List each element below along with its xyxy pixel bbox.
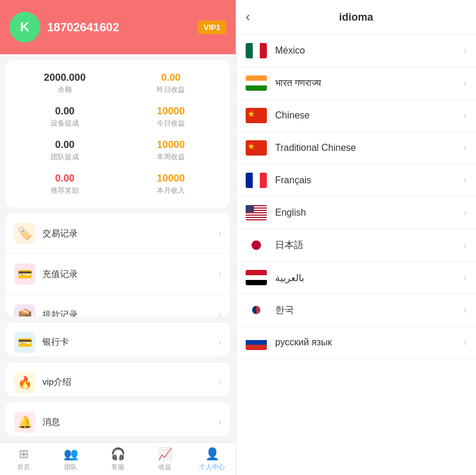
bottom-nav: ⊞ 首页 👥 团队 🎧 客服 📈 收益 👤 个人中心: [0, 442, 236, 475]
lang-arrow-french: ›: [464, 175, 467, 186]
page-title: idioma: [339, 11, 373, 24]
menu-section-msg: 🔔 消息 ›: [6, 402, 230, 436]
stat-team: 0.00 团队提成: [12, 136, 118, 166]
bank-icon: 💳: [14, 332, 35, 353]
left-panel: K 18702641602 VIP1 2000.000 余额 0.00 昨日收益…: [0, 0, 236, 475]
trade-icon: 🏷️: [14, 223, 35, 244]
recommend-value: 0.00: [55, 173, 74, 184]
team-icon: 👥: [64, 447, 78, 461]
msg-arrow: ›: [219, 417, 222, 427]
lang-arrow-russian: ›: [464, 337, 467, 348]
profile-header: K 18702641602 VIP1: [0, 0, 236, 54]
stat-today: 10000 今日收益: [118, 102, 224, 132]
earnings-label: 收益: [158, 463, 171, 471]
left-content: 2000.000 余额 0.00 昨日收益 0.00 设备提成 10000 今日…: [0, 54, 236, 442]
lang-name-french: Français: [275, 175, 464, 186]
home-icon: ⊞: [19, 447, 29, 461]
lang-name-chinese: Chinese: [275, 110, 464, 121]
menu-item-trade[interactable]: 🏷️ 交易记录 ›: [6, 213, 230, 254]
week-label: 本周收益: [157, 152, 185, 162]
lang-item-india[interactable]: भारत गणराज्य ›: [236, 67, 476, 100]
withdraw-arrow: ›: [219, 309, 222, 316]
lang-arrow-chinese: ›: [464, 110, 467, 121]
lang-name-arabic: بالعربية: [275, 272, 464, 283]
withdraw-label: 提款记录: [42, 309, 219, 316]
balance-value: 2000.000: [44, 72, 86, 84]
recharge-icon: 💳: [14, 263, 35, 285]
vip-icon: 🔥: [14, 372, 35, 393]
flag-korea: [246, 302, 267, 318]
lang-name-korean: 한국: [275, 304, 464, 316]
lang-item-japanese[interactable]: 日本語 ›: [236, 229, 476, 262]
language-list: México › भारत गणराज्य › Chinese › Tradit…: [236, 35, 476, 475]
lang-arrow-mexico: ›: [464, 45, 467, 56]
lang-item-english[interactable]: English ›: [236, 197, 476, 229]
flag-russia: [246, 335, 267, 350]
menu-section-vip: 🔥 vip介绍 ›: [6, 362, 230, 397]
vip-badge: VIP1: [198, 21, 226, 34]
menu-item-withdraw[interactable]: 📦 提款记录 ›: [6, 295, 230, 316]
stat-yesterday: 0.00 昨日收益: [118, 68, 224, 98]
nav-service[interactable]: 🎧 客服: [94, 443, 141, 475]
lang-name-japanese: 日本語: [275, 239, 464, 252]
nav-team[interactable]: 👥 团队: [47, 443, 94, 475]
stats-grid: 2000.000 余额 0.00 昨日收益 0.00 设备提成 10000 今日…: [12, 68, 224, 199]
msg-label: 消息: [42, 417, 219, 428]
flag-trad-china: [246, 140, 267, 156]
lang-name-india: भारत गणराज्य: [275, 78, 464, 88]
msg-icon: 🔔: [14, 411, 35, 433]
lang-arrow-korean: ›: [464, 305, 467, 315]
menu-item-vip[interactable]: 🔥 vip介绍 ›: [6, 362, 230, 397]
right-panel: ‹ idioma México › भारत गणराज्य › Chinese…: [236, 0, 476, 475]
trade-label: 交易记录: [42, 228, 219, 239]
lang-name-trad-chinese: Traditional Chinese: [275, 143, 464, 153]
lang-name-russian: русский язык: [275, 337, 464, 348]
profile-label: 个人中心: [199, 463, 225, 471]
profile-icon: 👤: [205, 447, 220, 461]
lang-item-arabic[interactable]: بالعربية ›: [236, 262, 476, 294]
flag-usa: [246, 205, 267, 220]
nav-home[interactable]: ⊞ 首页: [0, 443, 47, 475]
service-icon: 🎧: [111, 447, 125, 461]
lang-item-mexico[interactable]: México ›: [236, 35, 476, 67]
lang-name-mexico: México: [275, 45, 464, 56]
avatar: K: [9, 12, 40, 42]
week-value: 10000: [157, 139, 184, 151]
earnings-icon: 📈: [158, 447, 173, 461]
vip-arrow: ›: [219, 377, 222, 388]
menu-item-msg[interactable]: 🔔 消息 ›: [6, 402, 230, 436]
lang-arrow-japanese: ›: [464, 240, 467, 250]
yesterday-value: 0.00: [161, 72, 180, 84]
menu-item-recharge[interactable]: 💳 充值记录 ›: [6, 254, 230, 295]
stat-week: 10000 本周收益: [118, 136, 224, 166]
flag-china: [246, 108, 267, 123]
yesterday-label: 昨日收益: [157, 85, 185, 95]
trade-arrow: ›: [219, 228, 222, 239]
today-value: 10000: [157, 105, 184, 117]
lang-item-korean[interactable]: 한국 ›: [236, 294, 476, 326]
lang-item-chinese[interactable]: Chinese ›: [236, 100, 476, 132]
menu-item-bank[interactable]: 💳 银行卡 ›: [6, 322, 230, 357]
lang-item-french[interactable]: Français ›: [236, 164, 476, 197]
stats-card: 2000.000 余额 0.00 昨日收益 0.00 设备提成 10000 今日…: [6, 60, 230, 207]
stat-balance: 2000.000 余额: [12, 68, 118, 98]
lang-item-trad-chinese[interactable]: Traditional Chinese ›: [236, 132, 476, 164]
menu-section-records: 🏷️ 交易记录 › 💳 充值记录 › 📦 提款记录 ›: [6, 213, 230, 316]
month-label: 本月收入: [157, 186, 185, 196]
recharge-label: 充值记录: [42, 269, 219, 280]
back-button[interactable]: ‹: [246, 9, 250, 25]
withdraw-icon: 📦: [14, 304, 35, 316]
menu-section-bank: 💳 银行卡 ›: [6, 322, 230, 357]
recharge-arrow: ›: [219, 269, 222, 279]
nav-profile[interactable]: 👤 个人中心: [189, 443, 236, 475]
stat-month: 10000 本月收入: [118, 169, 224, 199]
home-label: 首页: [17, 463, 30, 471]
team-label: 团队: [64, 463, 77, 471]
language-header: ‹ idioma: [236, 0, 476, 35]
lang-name-english: English: [275, 207, 464, 218]
nav-earnings[interactable]: 📈 收益: [141, 443, 189, 475]
lang-item-russian[interactable]: русский язык ›: [236, 326, 476, 359]
flag-france: [246, 173, 267, 188]
flag-mexico: [246, 43, 267, 58]
phone-number: 18702641602: [47, 21, 191, 34]
